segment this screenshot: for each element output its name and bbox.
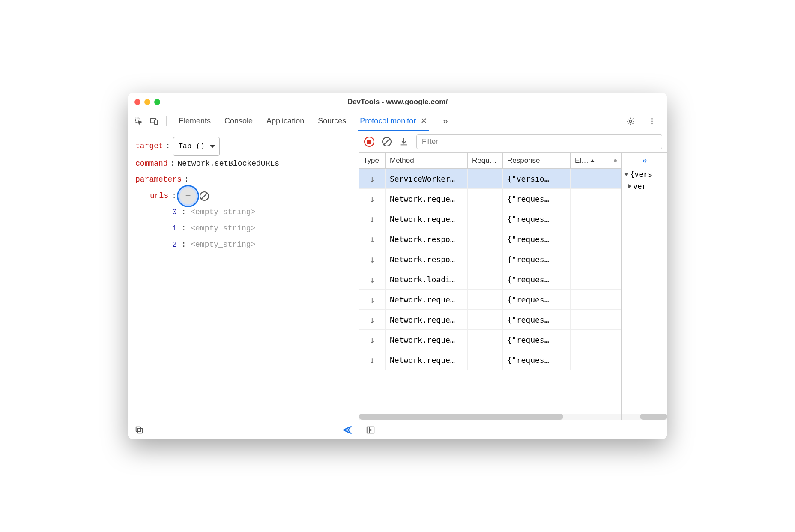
received-arrow-icon: ↓ [369, 214, 375, 224]
tree-root-label: {vers [630, 170, 652, 179]
cell-type: ↓ [359, 350, 386, 370]
cell-response: {"reques… [503, 350, 571, 370]
parameters-key: parameters [135, 172, 182, 188]
cell-type: ↓ [359, 330, 386, 350]
table-row[interactable]: ↓Network.reque…{"reques… [359, 290, 621, 310]
cell-request [468, 330, 503, 350]
horizontal-scrollbar[interactable] [359, 414, 621, 420]
cell-elapsed [571, 310, 621, 329]
cell-method: Network.reque… [386, 310, 468, 329]
more-tabs-icon[interactable]: » [439, 116, 451, 127]
cell-elapsed [571, 269, 621, 289]
table-row[interactable]: ↓Network.reque…{"reques… [359, 310, 621, 330]
cell-type: ↓ [359, 169, 386, 188]
header-method[interactable]: Method [386, 153, 468, 168]
cell-method: Network.reque… [386, 350, 468, 370]
cell-request [468, 169, 503, 188]
table-row[interactable]: ↓Network.reque…{"reques… [359, 189, 621, 209]
divider [166, 116, 167, 126]
details-scrollbar[interactable] [622, 414, 667, 420]
cell-method: Network.reque… [386, 189, 468, 209]
tab-protocol-monitor[interactable]: Protocol monitor ✕ [358, 112, 429, 131]
expand-arrow-icon[interactable] [624, 173, 628, 176]
command-row: command: Network.setBlockedURLs [135, 156, 351, 172]
protocol-log-pane: Type Method Requ… Response El… ↓ServiceW… [359, 131, 667, 439]
cell-response: {"versio… [503, 169, 571, 188]
copy-icon[interactable] [134, 425, 144, 435]
add-array-item-button[interactable]: + [180, 188, 196, 204]
cell-request [468, 350, 503, 370]
cell-request [468, 290, 503, 309]
kebab-menu-icon[interactable] [645, 114, 659, 128]
send-command-icon[interactable] [342, 425, 352, 435]
table-row[interactable]: ↓Network.respo…{"reques… [359, 229, 621, 249]
command-editor-pane: target: Tab () command: Network.setBlock… [128, 131, 359, 439]
close-tab-icon[interactable]: ✕ [421, 117, 427, 125]
table-row[interactable]: ↓Network.reque…{"reques… [359, 350, 621, 370]
device-toggle-icon[interactable] [147, 114, 161, 128]
inspect-element-icon[interactable] [132, 114, 146, 128]
svg-point-3 [630, 120, 632, 122]
cell-type: ↓ [359, 290, 386, 309]
target-select[interactable]: Tab () [173, 137, 220, 156]
array-value: <empty_string> [191, 224, 255, 233]
log-table: Type Method Requ… Response El… ↓ServiceW… [359, 152, 621, 420]
download-icon[interactable] [399, 137, 409, 146]
received-arrow-icon: ↓ [369, 314, 375, 325]
collapse-arrow-icon[interactable] [628, 184, 631, 188]
tree-root[interactable]: {vers [622, 168, 667, 180]
cell-response: {"reques… [503, 189, 571, 209]
received-arrow-icon: ↓ [369, 254, 375, 265]
cell-elapsed [571, 169, 621, 188]
scrollbar-thumb[interactable] [640, 414, 667, 420]
editor-footer [128, 420, 359, 439]
tab-elements[interactable]: Elements [177, 112, 212, 130]
toggle-sidebar-icon[interactable] [366, 425, 375, 435]
header-response[interactable]: Response [503, 153, 571, 168]
devtools-window: DevTools - www.google.com/ Elements Cons… [128, 93, 667, 439]
cell-elapsed [571, 290, 621, 309]
tab-application[interactable]: Application [265, 112, 306, 130]
tabs-list: Elements Console Application Sources Pro… [177, 112, 622, 131]
tab-label: Protocol monitor [360, 117, 416, 125]
main-area: target: Tab () command: Network.setBlock… [128, 131, 667, 439]
scrollbar-thumb[interactable] [359, 414, 563, 420]
table-row[interactable]: ↓Network.loadi…{"reques… [359, 269, 621, 290]
tree-child[interactable]: ver [622, 180, 667, 192]
received-arrow-icon: ↓ [369, 274, 375, 285]
clear-log-icon[interactable] [382, 137, 392, 146]
table-row[interactable]: ↓Network.reque…{"reques… [359, 330, 621, 350]
settings-icon[interactable] [624, 114, 637, 128]
column-menu-icon[interactable] [614, 159, 617, 162]
tab-console[interactable]: Console [223, 112, 254, 130]
tab-sources[interactable]: Sources [316, 112, 348, 130]
array-item-1[interactable]: 1 : <empty_string> [135, 221, 351, 237]
header-request[interactable]: Requ… [468, 153, 503, 168]
target-key: target [135, 138, 163, 155]
cell-elapsed [571, 330, 621, 350]
header-type[interactable]: Type [359, 153, 386, 168]
array-item-0[interactable]: 0 : <empty_string> [135, 204, 351, 221]
svg-rect-8 [136, 427, 141, 431]
details-more-tabs-icon[interactable]: » [622, 153, 667, 168]
header-elapsed[interactable]: El… [571, 153, 621, 168]
table-row[interactable]: ↓Network.respo…{"reques… [359, 249, 621, 269]
table-header: Type Method Requ… Response El… [359, 153, 621, 169]
parameters-row: parameters: [135, 172, 351, 188]
urls-key: urls [150, 188, 168, 204]
cell-response: {"reques… [503, 249, 571, 269]
cell-response: {"reques… [503, 290, 571, 309]
cell-request [468, 189, 503, 209]
clear-array-icon[interactable] [200, 191, 209, 201]
array-item-2[interactable]: 2 : <empty_string> [135, 237, 351, 253]
array-index: 0 [172, 208, 177, 216]
table-row[interactable]: ↓ServiceWorker…{"versio… [359, 169, 621, 189]
cell-method: Network.reque… [386, 330, 468, 350]
window-title: DevTools - www.google.com/ [128, 98, 667, 106]
record-button[interactable] [364, 137, 374, 147]
filter-input[interactable] [416, 134, 662, 149]
received-arrow-icon: ↓ [369, 355, 375, 365]
table-body: ↓ServiceWorker…{"versio…↓Network.reque…{… [359, 169, 621, 414]
command-value[interactable]: Network.setBlockedURLs [177, 156, 279, 172]
table-row[interactable]: ↓Network.reque…{"reques… [359, 209, 621, 229]
